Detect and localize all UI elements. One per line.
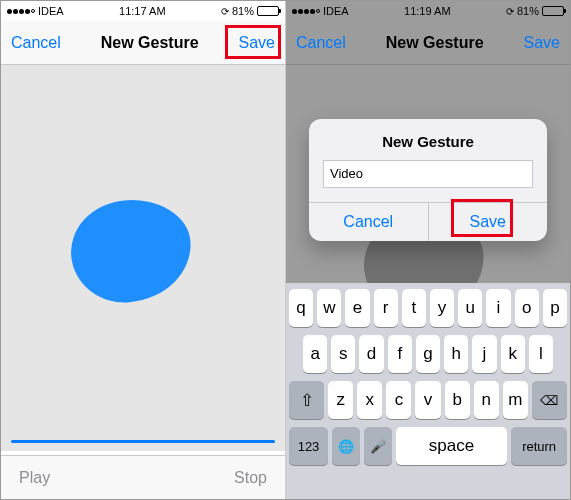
- screenshot-right: IDEA 11:19 AM ⟳ 81% Cancel New Gesture S…: [286, 1, 570, 499]
- battery-icon: [542, 6, 564, 16]
- key-s[interactable]: s: [331, 335, 355, 373]
- battery-percent: 81%: [517, 5, 539, 17]
- key-h[interactable]: h: [444, 335, 468, 373]
- timeline-fill: [11, 440, 275, 443]
- save-button[interactable]: Save: [239, 34, 275, 52]
- key-backspace[interactable]: ⌫: [532, 381, 567, 419]
- mic-icon: 🎤: [370, 439, 386, 454]
- key-globe[interactable]: 🌐: [332, 427, 360, 465]
- key-123[interactable]: 123: [289, 427, 328, 465]
- nav-bar: Cancel New Gesture Save: [286, 21, 570, 65]
- key-v[interactable]: v: [415, 381, 440, 419]
- battery-icon: [257, 6, 279, 16]
- status-time: 11:17 AM: [119, 5, 165, 17]
- save-button[interactable]: Save: [524, 34, 560, 52]
- backspace-icon: ⌫: [540, 393, 558, 408]
- key-k[interactable]: k: [501, 335, 525, 373]
- kb-row-2: a s d f g h j k l: [289, 335, 567, 373]
- key-u[interactable]: u: [458, 289, 482, 327]
- gesture-canvas[interactable]: [1, 65, 285, 451]
- key-c[interactable]: c: [386, 381, 411, 419]
- carrier-label: IDEA: [38, 5, 64, 17]
- stop-button[interactable]: Stop: [234, 469, 267, 487]
- bottom-toolbar: Play Stop: [1, 455, 285, 499]
- play-button[interactable]: Play: [19, 469, 50, 487]
- status-time: 11:19 AM: [404, 5, 450, 17]
- key-g[interactable]: g: [416, 335, 440, 373]
- key-m[interactable]: m: [503, 381, 528, 419]
- carrier-label: IDEA: [323, 5, 349, 17]
- key-mic[interactable]: 🎤: [364, 427, 392, 465]
- key-l[interactable]: l: [529, 335, 553, 373]
- key-r[interactable]: r: [374, 289, 398, 327]
- gesture-name-input[interactable]: Video: [323, 160, 533, 188]
- status-bar: IDEA 11:17 AM ⟳ 81%: [1, 1, 285, 21]
- key-i[interactable]: i: [486, 289, 510, 327]
- key-x[interactable]: x: [357, 381, 382, 419]
- signal-dots-icon: [292, 9, 320, 14]
- alert-cancel-button[interactable]: Cancel: [309, 203, 428, 241]
- key-p[interactable]: p: [543, 289, 567, 327]
- save-gesture-alert: New Gesture Video Cancel Save: [309, 119, 547, 241]
- nav-title: New Gesture: [101, 34, 199, 52]
- battery-percent: 81%: [232, 5, 254, 17]
- nav-bar: Cancel New Gesture Save: [1, 21, 285, 65]
- kb-row-4: 123 🌐 🎤 space return: [289, 427, 567, 465]
- kb-row-1: q w e r t y u i o p: [289, 289, 567, 327]
- key-return[interactable]: return: [511, 427, 567, 465]
- key-f[interactable]: f: [388, 335, 412, 373]
- key-e[interactable]: e: [345, 289, 369, 327]
- key-n[interactable]: n: [474, 381, 499, 419]
- signal-dots-icon: [7, 9, 35, 14]
- key-j[interactable]: j: [472, 335, 496, 373]
- timeline[interactable]: [11, 435, 275, 447]
- keyboard: q w e r t y u i o p a s d f g h j k l: [286, 283, 570, 499]
- cancel-button[interactable]: Cancel: [11, 34, 61, 52]
- screenshot-left: IDEA 11:17 AM ⟳ 81% Cancel New Gesture S…: [1, 1, 286, 499]
- cancel-button[interactable]: Cancel: [296, 34, 346, 52]
- orientation-lock-icon: ⟳: [506, 6, 514, 17]
- key-y[interactable]: y: [430, 289, 454, 327]
- key-b[interactable]: b: [445, 381, 470, 419]
- key-space[interactable]: space: [396, 427, 507, 465]
- key-o[interactable]: o: [515, 289, 539, 327]
- alert-title: New Gesture: [309, 119, 547, 160]
- key-a[interactable]: a: [303, 335, 327, 373]
- globe-icon: 🌐: [338, 439, 354, 454]
- key-w[interactable]: w: [317, 289, 341, 327]
- gesture-drawing: [67, 195, 195, 307]
- key-q[interactable]: q: [289, 289, 313, 327]
- key-d[interactable]: d: [359, 335, 383, 373]
- key-shift[interactable]: ⇧: [289, 381, 324, 419]
- orientation-lock-icon: ⟳: [221, 6, 229, 17]
- nav-title: New Gesture: [386, 34, 484, 52]
- alert-save-button[interactable]: Save: [428, 203, 548, 241]
- kb-row-3: ⇧ z x c v b n m ⌫: [289, 381, 567, 419]
- key-z[interactable]: z: [328, 381, 353, 419]
- key-t[interactable]: t: [402, 289, 426, 327]
- status-bar: IDEA 11:19 AM ⟳ 81%: [286, 1, 570, 21]
- shift-icon: ⇧: [300, 390, 314, 411]
